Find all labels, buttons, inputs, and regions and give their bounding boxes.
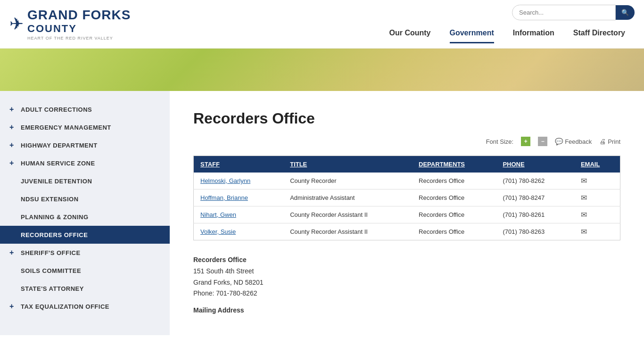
sidebar-label: ADULT CORRECTIONS <box>21 106 92 113</box>
col-header-title[interactable]: TITLE <box>283 156 412 173</box>
feedback-label: Feedback <box>565 138 592 145</box>
staff-phone: (701) 780-8262 <box>496 173 574 189</box>
sidebar-label: HIGHWAY DEPARTMENT <box>21 142 98 149</box>
sidebar-label: SOILS COMMITTEE <box>21 267 81 274</box>
staff-department: Recorders Office <box>412 223 496 240</box>
table-row: Volker, Susie County Recorder Assistant … <box>194 223 620 240</box>
sidebar-label: NDSU EXTENSION <box>21 196 79 203</box>
font-decrease-button[interactable]: − <box>538 137 547 146</box>
logo-county: COUNTY <box>27 23 131 35</box>
staff-phone: (701) 780-8261 <box>496 206 574 223</box>
header-right: 🔍 Our County Government Information Staf… <box>380 5 635 43</box>
staff-title: County Recorder Assistant II <box>283 223 412 240</box>
staff-title: County Recorder <box>283 173 412 189</box>
col-header-staff[interactable]: STAFF <box>194 156 284 173</box>
plus-icon: + <box>9 105 16 114</box>
col-header-phone[interactable]: PHONE <box>496 156 574 173</box>
email-icon[interactable]: ✉ <box>581 211 587 219</box>
sidebar-label: RECORDERS OFFICE <box>21 231 88 239</box>
search-button[interactable]: 🔍 <box>616 5 635 20</box>
plus-icon: + <box>9 302 16 311</box>
nav-information[interactable]: Information <box>513 24 554 43</box>
sidebar-item-sheriffs-office[interactable]: + SHERIFF'S OFFICE <box>0 244 170 262</box>
feedback-icon: 💬 <box>555 138 563 145</box>
city-state-zip: Grand Forks, ND 58201 <box>193 277 620 288</box>
staff-table: STAFF TITLE DEPARTMENTS PHONE EMAIL Helm… <box>193 156 620 240</box>
sidebar-item-tax-equalization[interactable]: + TAX EQUALIZATION OFFICE <box>0 297 170 315</box>
font-tools: Font Size: + − 💬 Feedback 🖨 Print <box>193 137 620 146</box>
sidebar-label: EMERGENCY MANAGEMENT <box>21 124 111 131</box>
sidebar-label: STATE'S ATTORNEY <box>21 285 84 292</box>
address-block: Recorders Office 151 South 4th Street Gr… <box>193 255 620 316</box>
sidebar-item-human-service-zone[interactable]: + HUMAN SERVICE ZONE <box>0 154 170 172</box>
staff-department: Recorders Office <box>412 173 496 189</box>
sidebar-label: HUMAN SERVICE ZONE <box>21 160 95 167</box>
staff-title: Administrative Assistant <box>283 189 412 206</box>
sidebar: + ADULT CORRECTIONS + EMERGENCY MANAGEME… <box>0 91 170 335</box>
office-name: Recorders Office <box>193 255 620 266</box>
sidebar-label: JUVENILE DETENTION <box>21 178 92 185</box>
main-nav: Our County Government Information Staff … <box>380 24 635 43</box>
plus-icon: + <box>9 248 16 257</box>
logo-text: GRAND FORKS COUNTY HEART OF THE RED RIVE… <box>27 8 131 41</box>
email-icon[interactable]: ✉ <box>581 228 587 236</box>
page-layout: + ADULT CORRECTIONS + EMERGENCY MANAGEME… <box>0 91 644 335</box>
staff-link[interactable]: Volker, Susie <box>200 228 236 235</box>
sidebar-label: SHERIFF'S OFFICE <box>21 249 81 256</box>
sidebar-item-ndsu-extension[interactable]: + NDSU EXTENSION <box>0 190 170 208</box>
street-address: 151 South 4th Street <box>193 266 620 277</box>
email-icon[interactable]: ✉ <box>581 194 587 202</box>
search-input[interactable] <box>512 5 616 20</box>
sidebar-item-emergency-management[interactable]: + EMERGENCY MANAGEMENT <box>0 118 170 136</box>
phone-number: Phone: 701-780-8262 <box>193 288 620 299</box>
sidebar-item-soils-committee[interactable]: + SOILS COMMITTEE <box>0 262 170 280</box>
mailing-address-label: Mailing Address <box>193 305 620 316</box>
plus-icon: + <box>9 141 16 149</box>
logo-grand-forks: GRAND FORKS <box>27 8 131 23</box>
plus-icon: + <box>9 159 16 167</box>
print-icon: 🖨 <box>599 138 606 145</box>
banner-image <box>0 49 644 91</box>
print-button[interactable]: 🖨 Print <box>599 138 620 145</box>
table-row: Hoffman, Brianne Administrative Assistan… <box>194 189 620 206</box>
search-bar: 🔍 <box>512 5 635 20</box>
email-icon[interactable]: ✉ <box>581 177 587 185</box>
sidebar-item-states-attorney[interactable]: + STATE'S ATTORNEY <box>0 280 170 297</box>
sidebar-item-highway-department[interactable]: + HIGHWAY DEPARTMENT <box>0 136 170 154</box>
staff-phone: (701) 780-8263 <box>496 223 574 240</box>
site-header: ✈ GRAND FORKS COUNTY HEART OF THE RED RI… <box>0 0 644 49</box>
col-header-email[interactable]: EMAIL <box>574 156 620 173</box>
plus-icon: + <box>9 123 16 132</box>
main-content: Recorders Office Font Size: + − 💬 Feedba… <box>170 91 644 335</box>
nav-staff-directory[interactable]: Staff Directory <box>573 24 625 43</box>
staff-link[interactable]: Helmoski, Garlynn <box>200 177 250 184</box>
sidebar-item-planning-zoning[interactable]: + PLANNING & ZONING <box>0 208 170 226</box>
staff-department: Recorders Office <box>412 189 496 206</box>
logo-tagline: HEART OF THE RED RIVER VALLEY <box>27 36 131 41</box>
logo[interactable]: ✈ GRAND FORKS COUNTY HEART OF THE RED RI… <box>9 8 131 41</box>
banner-overlay <box>257 49 644 91</box>
sidebar-item-juvenile-detention[interactable]: + JUVENILE DETENTION <box>0 172 170 190</box>
staff-link[interactable]: Nihart, Gwen <box>200 211 236 218</box>
font-increase-button[interactable]: + <box>521 137 530 146</box>
staff-title: County Recorder Assistant II <box>283 206 412 223</box>
nav-our-county[interactable]: Our County <box>389 24 431 43</box>
nav-government[interactable]: Government <box>450 24 494 43</box>
sidebar-label: TAX EQUALIZATION OFFICE <box>21 303 109 310</box>
feedback-button[interactable]: 💬 Feedback <box>555 138 592 145</box>
staff-phone: (701) 780-8247 <box>496 189 574 206</box>
staff-department: Recorders Office <box>412 206 496 223</box>
col-header-departments[interactable]: DEPARTMENTS <box>412 156 496 173</box>
table-row: Helmoski, Garlynn County Recorder Record… <box>194 173 620 189</box>
sidebar-item-adult-corrections[interactable]: + ADULT CORRECTIONS <box>0 100 170 118</box>
table-row: Nihart, Gwen County Recorder Assistant I… <box>194 206 620 223</box>
page-title: Recorders Office <box>193 110 620 127</box>
sidebar-label: PLANNING & ZONING <box>21 214 89 221</box>
print-label: Print <box>608 138 620 145</box>
bird-icon: ✈ <box>9 14 24 34</box>
staff-link[interactable]: Hoffman, Brianne <box>200 194 248 201</box>
sidebar-item-recorders-office[interactable]: + RECORDERS OFFICE <box>0 226 170 244</box>
font-size-label: Font Size: <box>486 138 514 145</box>
